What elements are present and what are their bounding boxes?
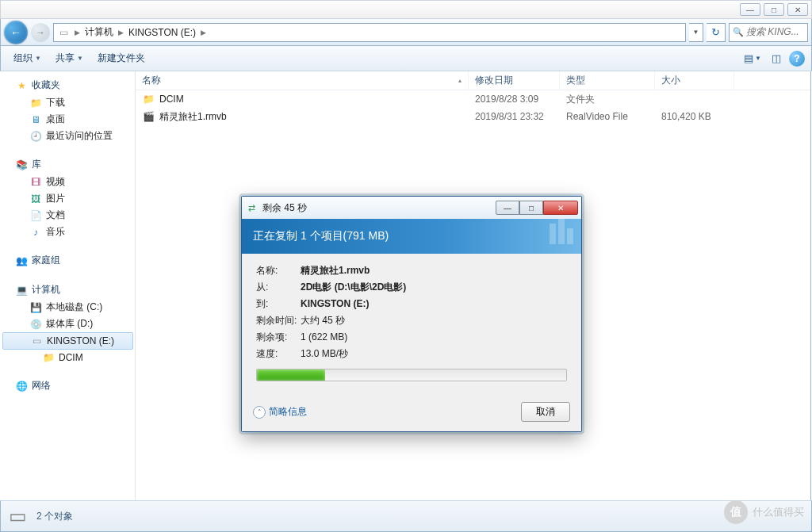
command-toolbar: 组织▼ 共享▼ 新建文件夹 ▤▼ ◫ ? <box>0 46 812 71</box>
cancel-button[interactable]: 取消 <box>521 402 570 422</box>
homegroup-icon: 👥 <box>15 255 28 267</box>
tree-item-videos[interactable]: 🎞视频 <box>1 174 135 190</box>
label-name: 名称: <box>256 263 301 277</box>
drive-icon: 💾 <box>29 301 42 314</box>
transfer-icon: ⇄ <box>245 201 258 214</box>
tree-item-downloads[interactable]: 📁下载 <box>1 94 135 111</box>
sort-indicator-icon: ▴ <box>458 77 462 84</box>
watermark-text: 什么值得买 <box>753 505 804 519</box>
item-count: 2 个对象 <box>36 510 73 523</box>
recent-icon: 🕘 <box>29 130 42 143</box>
label-to: 到: <box>256 297 301 311</box>
tree-item-pictures[interactable]: 🖼图片 <box>1 190 135 207</box>
libraries-group[interactable]: 📚库 <box>1 155 135 174</box>
chevron-right-icon: ▶ <box>201 29 206 36</box>
breadcrumb-segment[interactable]: KINGSTON (E:) <box>128 27 196 38</box>
favorites-group[interactable]: ★收藏夹 <box>1 76 135 94</box>
homegroup[interactable]: 👥家庭组 <box>1 251 135 270</box>
status-bar: ▭ 2 个对象 <box>0 500 812 532</box>
music-icon: ♪ <box>29 226 42 239</box>
address-bar[interactable]: ▭ ▶ 计算机 ▶ KINGSTON (E:) ▶ <box>53 23 686 42</box>
picture-icon: 🖼 <box>29 193 42 205</box>
chevron-down-icon: ▼ <box>35 55 41 62</box>
video-icon: 🎞 <box>29 176 42 189</box>
folder-icon: 📁 <box>142 93 155 105</box>
watermark-icon: 值 <box>724 500 748 524</box>
folder-icon: 📁 <box>42 351 55 364</box>
value-name: 精灵旅社1.rmvb <box>301 263 567 277</box>
address-history-dropdown[interactable]: ▼ <box>689 23 703 42</box>
network-group[interactable]: 🌐网络 <box>1 377 135 395</box>
share-menu[interactable]: 共享▼ <box>49 48 90 68</box>
label-remaining: 剩余时间: <box>256 313 301 327</box>
tree-item-documents[interactable]: 📄文档 <box>1 207 135 224</box>
tree-item-dcim[interactable]: 📁DCIM <box>1 350 135 366</box>
label-speed: 速度: <box>256 346 301 361</box>
computer-icon: 💻 <box>15 284 28 297</box>
dialog-maximize-button[interactable]: □ <box>519 201 543 215</box>
drive-icon: ▭ <box>9 505 27 527</box>
dialog-minimize-button[interactable]: — <box>496 201 519 215</box>
forward-button[interactable]: → <box>31 23 50 42</box>
copy-progress-dialog: ⇄ 剩余 45 秒 — □ ✕ 正在复制 1 个项目(791 MB) 名称:精灵… <box>241 196 582 432</box>
tree-item-drive-d[interactable]: 💿媒体库 (D:) <box>1 316 135 332</box>
tree-item-desktop[interactable]: 🖥桌面 <box>1 111 135 128</box>
drive-icon: 💿 <box>29 318 42 331</box>
navigation-tree: ★收藏夹 📁下载 🖥桌面 🕘最近访问的位置 📚库 🎞视频 🖼图片 📄文档 ♪音乐… <box>1 71 136 500</box>
header-decoration <box>550 224 573 244</box>
chevron-up-icon: ˄ <box>253 406 266 419</box>
dialog-title: 剩余 45 秒 <box>262 201 307 215</box>
watermark: 值 什么值得买 <box>724 500 804 524</box>
search-icon: 🔍 <box>733 27 744 37</box>
network-icon: 🌐 <box>15 380 28 392</box>
value-from: 2D电影 (D:\电影\2D电影) <box>301 280 567 294</box>
view-options-button[interactable]: ▤▼ <box>741 50 764 67</box>
maximize-button[interactable]: □ <box>764 3 784 16</box>
minimize-button[interactable]: — <box>740 3 760 16</box>
tree-item-recent[interactable]: 🕘最近访问的位置 <box>1 128 135 144</box>
star-icon: ★ <box>15 79 28 92</box>
folder-icon: 📁 <box>29 97 42 109</box>
tree-item-drive-e[interactable]: ▭KINGSTON (E:) <box>2 332 133 350</box>
dialog-close-button[interactable]: ✕ <box>543 201 578 215</box>
library-icon: 📚 <box>15 159 28 171</box>
column-date[interactable]: 修改日期 <box>469 71 560 90</box>
drive-icon: ▭ <box>57 26 70 39</box>
column-name[interactable]: 名称▴ <box>136 71 469 90</box>
window-chrome: — □ ✕ <box>0 0 812 19</box>
dialog-footer: ˄ 简略信息 取消 <box>242 397 581 431</box>
tree-item-music[interactable]: ♪音乐 <box>1 224 135 240</box>
dialog-titlebar[interactable]: ⇄ 剩余 45 秒 — □ ✕ <box>242 197 581 219</box>
help-button[interactable]: ? <box>789 51 805 67</box>
toggle-details-button[interactable]: ˄ 简略信息 <box>253 405 307 419</box>
search-input[interactable]: 🔍 搜索 KING... <box>729 23 808 42</box>
refresh-button[interactable]: ↻ <box>707 23 726 42</box>
tree-item-drive-c[interactable]: 💾本地磁盘 (C:) <box>1 299 135 316</box>
label-from: 从: <box>256 280 301 294</box>
new-folder-button[interactable]: 新建文件夹 <box>91 48 151 68</box>
search-placeholder: 搜索 KING... <box>746 25 799 39</box>
column-type[interactable]: 类型 <box>560 71 655 90</box>
value-to: KINGSTON (E:) <box>301 297 567 311</box>
dialog-body: 名称:精灵旅社1.rmvb 从:2D电影 (D:\电影\2D电影) 到:KING… <box>242 254 581 397</box>
progress-bar <box>256 369 567 381</box>
organize-menu[interactable]: 组织▼ <box>7 48 48 68</box>
back-button[interactable]: ← <box>4 21 28 44</box>
close-button[interactable]: ✕ <box>787 3 808 16</box>
computer-group[interactable]: 💻计算机 <box>1 281 135 299</box>
progress-fill <box>257 369 325 381</box>
column-size[interactable]: 大小 <box>655 71 734 90</box>
preview-pane-button[interactable]: ◫ <box>765 50 787 67</box>
value-speed: 13.0 MB/秒 <box>301 346 567 361</box>
navigation-bar: ← → ▭ ▶ 计算机 ▶ KINGSTON (E:) ▶ ▼ ↻ 🔍 搜索 K… <box>0 19 812 46</box>
drive-icon: ▭ <box>30 335 43 347</box>
label-items: 剩余项: <box>256 330 301 344</box>
breadcrumb-segment[interactable]: 计算机 <box>85 25 113 39</box>
value-remaining: 大约 45 秒 <box>301 313 567 327</box>
list-item[interactable]: 📁DCIM 2019/8/28 3:09 文件夹 <box>136 90 810 108</box>
value-items: 1 (622 MB) <box>301 330 567 344</box>
list-item[interactable]: 🎬精灵旅社1.rmvb 2019/8/31 23:32 RealVideo Fi… <box>136 108 810 125</box>
chevron-down-icon: ▼ <box>77 55 83 62</box>
chevron-right-icon: ▶ <box>118 29 124 36</box>
column-headers: 名称▴ 修改日期 类型 大小 <box>136 71 810 90</box>
